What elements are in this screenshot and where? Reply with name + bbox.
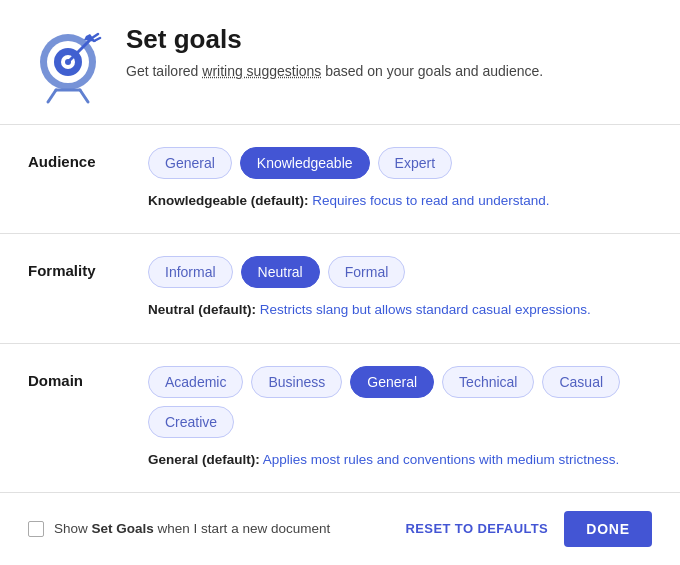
domain-description-label: General (default): <box>148 452 260 467</box>
audience-option-expert[interactable]: Expert <box>378 147 452 179</box>
reset-button[interactable]: RESET TO DEFAULTS <box>406 521 549 536</box>
domain-option-general[interactable]: General <box>350 366 434 398</box>
domain-section: Domain Academic Business General Technic… <box>0 344 680 493</box>
footer-checkbox-label: Show Set Goals when I start a new docume… <box>54 521 330 536</box>
header-section: Set goals Get tailored writing suggestio… <box>0 0 680 125</box>
formality-description-label: Neutral (default): <box>148 302 256 317</box>
audience-content: General Knowledgeable Expert Knowledgeab… <box>148 147 652 211</box>
header-description: Get tailored writing suggestions based o… <box>126 61 543 82</box>
audience-option-knowledgeable[interactable]: Knowledgeable <box>240 147 370 179</box>
footer-left: Show Set Goals when I start a new docume… <box>28 521 330 537</box>
logo-container <box>28 24 108 104</box>
formality-content: Informal Neutral Formal Neutral (default… <box>148 256 652 320</box>
audience-label: Audience <box>28 147 118 170</box>
footer-section: Show Set Goals when I start a new docume… <box>0 493 680 565</box>
audience-pill-group: General Knowledgeable Expert <box>148 147 652 179</box>
formality-option-formal[interactable]: Formal <box>328 256 406 288</box>
audience-description-label: Knowledgeable (default): <box>148 193 309 208</box>
formality-option-informal[interactable]: Informal <box>148 256 233 288</box>
target-icon <box>28 24 108 104</box>
formality-option-neutral[interactable]: Neutral <box>241 256 320 288</box>
svg-line-0 <box>48 90 56 102</box>
audience-section: Audience General Knowledgeable Expert Kn… <box>0 125 680 234</box>
domain-option-academic[interactable]: Academic <box>148 366 243 398</box>
domain-option-creative[interactable]: Creative <box>148 406 234 438</box>
domain-label: Domain <box>28 366 118 389</box>
audience-description-text: Requires focus to read and understand. <box>312 193 549 208</box>
domain-option-business[interactable]: Business <box>251 366 342 398</box>
footer-right: RESET TO DEFAULTS DONE <box>406 511 652 547</box>
formality-label: Formality <box>28 256 118 279</box>
domain-content: Academic Business General Technical Casu… <box>148 366 652 470</box>
page-title: Set goals <box>126 24 543 55</box>
formality-description-text: Restricts slang but allows standard casu… <box>260 302 591 317</box>
show-goals-checkbox[interactable] <box>28 521 44 537</box>
domain-option-casual[interactable]: Casual <box>542 366 620 398</box>
header-text: Set goals Get tailored writing suggestio… <box>126 24 543 82</box>
svg-line-10 <box>92 34 98 38</box>
domain-pill-group: Academic Business General Technical Casu… <box>148 366 652 438</box>
domain-description: General (default): Applies most rules an… <box>148 450 652 470</box>
formality-pill-group: Informal Neutral Formal <box>148 256 652 288</box>
svg-line-11 <box>94 38 100 41</box>
done-button[interactable]: DONE <box>564 511 652 547</box>
svg-line-1 <box>80 90 88 102</box>
domain-option-technical[interactable]: Technical <box>442 366 534 398</box>
formality-description: Neutral (default): Restricts slang but a… <box>148 300 652 320</box>
formality-section: Formality Informal Neutral Formal Neutra… <box>0 234 680 343</box>
domain-description-text: Applies most rules and conventions with … <box>263 452 619 467</box>
audience-description: Knowledgeable (default): Requires focus … <box>148 191 652 211</box>
audience-option-general[interactable]: General <box>148 147 232 179</box>
